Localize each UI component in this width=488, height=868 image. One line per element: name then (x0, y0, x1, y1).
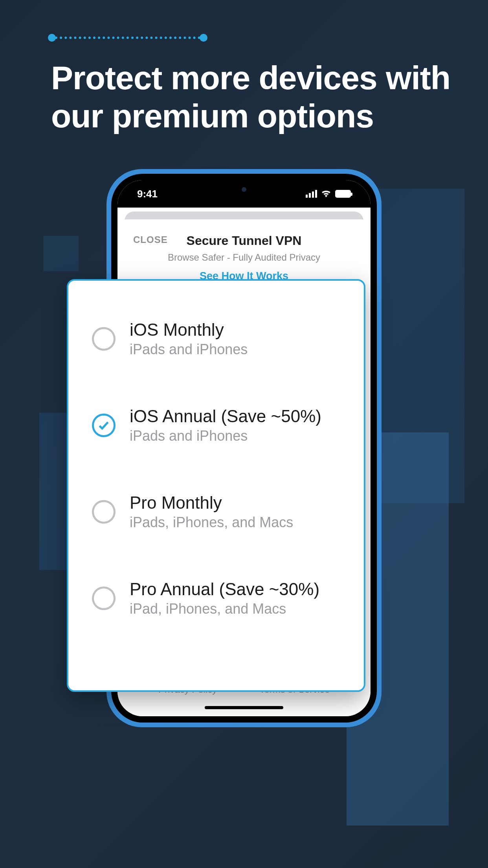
radio-unselected-icon (92, 327, 116, 351)
phone-notch (201, 180, 287, 197)
progress-dot-end (200, 34, 207, 42)
plan-selection-card: iOS Monthly iPads and iPhones iOS Annual… (67, 279, 365, 692)
plan-title: Pro Monthly (130, 493, 293, 513)
plan-subtitle: iPads and iPhones (130, 341, 248, 358)
radio-unselected-icon (92, 587, 116, 610)
plan-option-pro-monthly[interactable]: Pro Monthly iPads, iPhones, and Macs (92, 493, 344, 531)
progress-indicator (51, 35, 204, 40)
plan-option-pro-annual[interactable]: Pro Annual (Save ~30%) iPad, iPhones, an… (92, 579, 344, 617)
close-button[interactable]: CLOSE (133, 234, 168, 245)
cellular-signal-icon (306, 190, 317, 198)
marketing-headline: Protect more devices with our premium op… (51, 59, 464, 135)
background-decoration (43, 236, 79, 271)
plan-title: iOS Annual (Save ~50%) (130, 406, 321, 426)
progress-dot-start (48, 34, 56, 42)
sheet-header: CLOSE Secure Tunnel VPN Browse Safer - F… (129, 234, 359, 282)
app-subtitle: Browse Safer - Fully Audited Privacy (129, 252, 359, 263)
wifi-icon (321, 188, 331, 200)
plan-subtitle: iPads and iPhones (130, 428, 321, 444)
plan-title: Pro Annual (Save ~30%) (130, 579, 319, 599)
radio-unselected-icon (92, 500, 116, 524)
plan-option-ios-monthly[interactable]: iOS Monthly iPads and iPhones (92, 320, 344, 358)
plan-text: iOS Annual (Save ~50%) iPads and iPhones (130, 406, 321, 444)
plan-subtitle: iPad, iPhones, and Macs (130, 601, 319, 617)
progress-dots (55, 37, 200, 39)
plan-title: iOS Monthly (130, 320, 248, 340)
plan-text: Pro Annual (Save ~30%) iPad, iPhones, an… (130, 579, 319, 617)
plan-text: iOS Monthly iPads and iPhones (130, 320, 248, 358)
plan-text: Pro Monthly iPads, iPhones, and Macs (130, 493, 293, 531)
radio-selected-icon (92, 414, 116, 437)
battery-icon (335, 190, 351, 198)
status-right (306, 188, 351, 200)
plan-option-ios-annual[interactable]: iOS Annual (Save ~50%) iPads and iPhones (92, 406, 344, 444)
home-indicator[interactable] (205, 706, 283, 709)
plan-subtitle: iPads, iPhones, and Macs (130, 514, 293, 531)
status-time: 9:41 (137, 188, 158, 200)
